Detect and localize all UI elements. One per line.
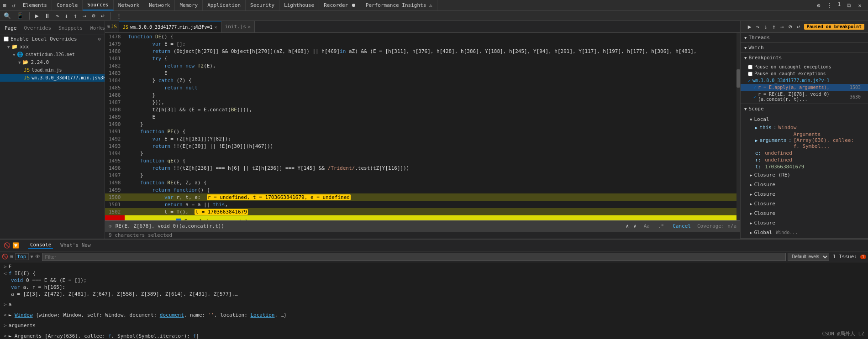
sidebar-workspace-tab[interactable]: Workspace — [87, 24, 105, 32]
nav-elements[interactable]: Elements — [18, 0, 52, 10]
resume-btn[interactable]: ▶ — [33, 12, 41, 20]
bp-sub-2[interactable]: ✓ r = RE(iE, Z[678], void 0)(a.concat(r,… — [741, 91, 868, 103]
console-content[interactable]: > E < f IE(E) { void 0 === E && (E = [])… — [0, 262, 868, 339]
settings-icon[interactable]: ⚙ — [815, 2, 822, 9]
console-tab-whatsnew[interactable]: What's New — [58, 242, 92, 248]
closure-2-header[interactable]: Closure — [741, 189, 868, 199]
watch-header[interactable]: Watch — [741, 43, 868, 52]
code-container[interactable]: 1478 function DE() { 1479 var E = []; 14… — [105, 33, 740, 220]
scope-args-arrow — [755, 138, 758, 143]
sidebar-page-tab[interactable]: Page — [2, 24, 20, 32]
search-input-text[interactable]: RE(E, Z[678], void 0)(a.concat(r,t)) — [116, 223, 621, 229]
nav-application[interactable]: Application — [203, 0, 246, 10]
more-icon[interactable]: ⋮ — [826, 2, 833, 9]
rp-step-btn[interactable]: → — [779, 23, 786, 31]
console-tab-console[interactable]: Console — [28, 242, 53, 249]
console-clear-icon[interactable]: 🚫 — [4, 242, 11, 249]
close-devtools[interactable]: ✕ — [856, 2, 863, 9]
nav-security[interactable]: Security — [246, 0, 279, 10]
step-btn[interactable]: → — [81, 12, 88, 20]
closure-re-header[interactable]: Closure (RE) — [741, 170, 868, 180]
tree-version-folder[interactable]: ▼ 📂 2.24.0 — [0, 58, 105, 66]
regex-btn[interactable]: .* — [656, 222, 666, 230]
rp-stepinto-btn[interactable]: ↓ — [762, 23, 769, 31]
sidebar-overrides-tab[interactable]: Overrides — [21, 24, 54, 32]
search-bar: ⊕ RE(E, Z[678], void 0)(a.concat(r,t)) ∧… — [105, 220, 740, 231]
context-arrow[interactable]: ▼ — [31, 254, 33, 259]
nav-network[interactable]: Network — [114, 0, 144, 10]
bp-sub-1[interactable]: ✓ r = E.apply(a, arguments), 1503 — [741, 84, 868, 91]
console-line-1: > E — [0, 263, 868, 270]
console-filter-toggle[interactable]: ⊞ — [10, 254, 13, 260]
undock-icon[interactable]: ⧉ — [845, 2, 852, 9]
rp-async-btn[interactable]: ↩ — [795, 23, 802, 31]
scope-content: Local this : Window arguments : Argument… — [741, 114, 868, 238]
async-btn[interactable]: ↩ — [99, 12, 106, 20]
inspect-btn[interactable]: 🔍 — [2, 12, 13, 20]
code-line-1491: 1491 function PE() { — [105, 128, 740, 135]
nav-sources[interactable]: Sources — [83, 0, 113, 10]
sidebar-snippets-tab[interactable]: Snippets — [56, 24, 85, 32]
tree-domain-folder[interactable]: ▼ 🌐 cstaticdun.126.net — [0, 51, 105, 58]
nav-recorder[interactable]: Recorder ⏺ — [319, 0, 361, 10]
nav-performance[interactable]: Network — [144, 0, 175, 10]
tree-loadminjs-file[interactable]: JS load.min.js — [0, 66, 105, 74]
code-line-1490: 1490 } — [105, 120, 740, 128]
rp-stepover-btn[interactable]: ↷ — [754, 23, 762, 31]
match-case-btn[interactable]: Aa — [642, 222, 652, 230]
pause-btn[interactable]: ⏸ — [42, 12, 52, 20]
more-debug-btn[interactable]: ⋮ — [114, 12, 124, 20]
mini-scrollbar[interactable] — [736, 33, 740, 220]
console-filter-icon[interactable]: 🔽 — [12, 242, 19, 249]
tree-xxx-folder[interactable]: ▼ 📁 xxx — [0, 43, 105, 51]
tab-close-1[interactable]: ✕ — [215, 25, 217, 30]
overrides-check[interactable] — [4, 37, 9, 42]
level-select[interactable]: Default levels — [788, 253, 829, 261]
global-header[interactable]: Global Windo... — [741, 228, 868, 237]
nav-console[interactable]: Console — [52, 0, 83, 10]
step-out-btn[interactable]: ↑ — [72, 12, 79, 20]
rp-stepout-btn[interactable]: ↑ — [770, 23, 778, 31]
context-selector[interactable]: top — [15, 253, 29, 260]
code-line-1503: 1503 r = ■ E.apply(a, arguments), — [105, 215, 740, 220]
cancel-search-btn[interactable]: Cancel — [670, 223, 694, 229]
console-eye-icon[interactable]: 👁 — [35, 254, 40, 260]
closure-1-header[interactable]: Closure — [741, 180, 868, 189]
step-over-btn[interactable]: ↷ — [54, 12, 61, 20]
nav-lighthouse[interactable]: Lighthouse — [279, 0, 319, 10]
code-line-1488: 1488 tZ[h[3]] && (E = E.concat(BE())), — [105, 106, 740, 113]
next-match-btn[interactable]: ∨ — [632, 223, 638, 229]
console-filter-input[interactable] — [42, 253, 786, 261]
nav-perf-insights[interactable]: Performance Insights ⚠ — [361, 0, 437, 10]
pause-caught-check[interactable] — [748, 72, 752, 76]
closure-3-header[interactable]: Closure — [741, 199, 868, 209]
tab-icon-1: ⊞ — [107, 24, 110, 30]
selected-chars-info: 9 characters selected — [105, 231, 740, 239]
threads-header[interactable]: Threads — [741, 33, 868, 42]
rp-deactivate-btn[interactable]: ⊘ — [787, 23, 794, 31]
overrides-help-icon[interactable]: ⊘ — [98, 36, 101, 42]
devtools-icon-left[interactable]: ⊞ — [1, 2, 8, 9]
threads-arrow — [744, 36, 747, 40]
pause-uncaught-check[interactable] — [748, 65, 752, 69]
local-header[interactable]: Local — [741, 115, 868, 124]
closure-5-header[interactable]: Closure — [741, 218, 868, 228]
search-actions: ∧ ∨ — [624, 223, 637, 229]
scope-arrow — [744, 107, 747, 111]
devtools-icon-right[interactable]: ↺ — [10, 2, 17, 9]
tab-init-js[interactable]: init.js ✕ — [221, 21, 255, 32]
console-clear-btn[interactable]: 🚫 — [2, 254, 8, 260]
tab-wm-js[interactable]: JS wm.3.0.0_33d41777.min.js%3Fv=1 ✕ — [119, 21, 221, 32]
tree-wmminjs-file[interactable]: JS wm.3.0.0_33d41777.min.js%3Fv=1 — [0, 74, 105, 82]
breakpoints-header[interactable]: Breakpoints — [741, 53, 868, 63]
deactivate-btn[interactable]: ⊘ — [90, 12, 97, 20]
tab-close-2[interactable]: ✕ — [248, 24, 251, 29]
closure-4-header[interactable]: Closure — [741, 209, 868, 218]
rp-resume-btn[interactable]: ▶ — [746, 23, 753, 31]
step-into-btn[interactable]: ↓ — [63, 12, 70, 20]
prev-match-btn[interactable]: ∧ — [624, 223, 630, 229]
nav-memory[interactable]: Memory — [175, 0, 203, 10]
device-btn[interactable]: 📱 — [15, 12, 26, 20]
enable-overrides-checkbox[interactable]: Enable Local Overrides ⊘ — [0, 35, 105, 43]
scope-header[interactable]: Scope — [741, 104, 868, 114]
